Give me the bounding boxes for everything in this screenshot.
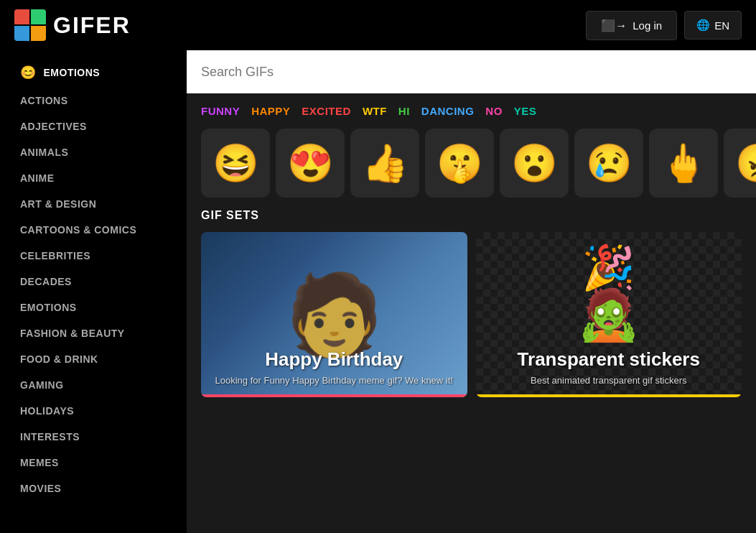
logo-area: GIFER [14,9,131,41]
sidebar-item-memes[interactable]: MEMES [0,450,187,476]
content-area: FUNNY HAPPY EXCITED WTF HI DANCING NO YE… [187,50,756,533]
sidebar-item-celebrities[interactable]: CELEBRITIES [0,243,187,269]
emotions-icon: 😊 [20,65,37,80]
logo-quadrant-3 [14,26,29,41]
search-bar [187,50,756,93]
tag-wtf[interactable]: WTF [363,105,387,117]
sidebar-item-decades-label: DECADES [20,276,72,287]
sidebar-item-food-drink[interactable]: FOOD & DRINK [0,346,187,372]
sidebar-item-interests[interactable]: INTERESTS [0,424,187,450]
logo-text: GIFER [53,12,131,39]
logo-quadrant-2 [31,9,46,24]
emoji-card-angry[interactable]: 😠 [724,129,756,198]
login-button[interactable]: ⬛→ Log in [586,11,677,40]
sidebar-item-fashion-beauty-label: FASHION & BEAUTY [20,328,125,339]
sidebar-item-holidays[interactable]: HOLIDAYS [0,398,187,424]
emoji-card-crying[interactable]: 😢 [574,129,643,198]
emoji-crying: 😢 [586,142,633,185]
sidebar-item-cartoons-comics-label: CARTOONS & COMICS [20,224,136,236]
logo-icon [14,9,46,41]
sidebar: 😊 EMOTIONS ACTIONS ADJECTIVES ANIMALS AN… [0,50,187,533]
gif-sets-grid: 🧑 Happy Birthday Looking for Funny Happy… [201,232,742,397]
sidebar-item-art-design[interactable]: ART & DESIGN [0,191,187,217]
logo-quadrant-4 [31,26,46,41]
gif-sets-section: GIF SETS 🧑 Happy Birthday Looking for Fu… [187,209,756,533]
sidebar-item-actions-label: ACTIONS [20,95,68,106]
sidebar-item-cartoons-comics[interactable]: CARTOONS & COMICS [0,217,187,243]
sidebar-item-fashion-beauty[interactable]: FASHION & BEAUTY [0,320,187,346]
sidebar-item-anime[interactable]: ANIME [0,165,187,191]
gif-card-happy-birthday[interactable]: 🧑 Happy Birthday Looking for Funny Happy… [201,232,467,397]
birthday-card-overlay: Happy Birthday Looking for Funny Happy B… [201,337,467,397]
lang-label: EN [714,19,729,32]
gif-sets-title: GIF SETS [201,209,742,222]
emoji-grid: 😆 😍 👍 🤫 😮 😢 🖕 😠 [187,129,756,209]
header-actions: ⬛→ Log in 🌐 EN [586,11,742,40]
language-button[interactable]: 🌐 EN [684,11,742,40]
sidebar-item-anime-label: ANIME [20,172,55,184]
gif-card-transparent-stickers[interactable]: 🎉 🧟 Transparent stickers Best animated t… [476,232,742,397]
sidebar-item-animals[interactable]: ANIMALS [0,139,187,165]
sidebar-item-movies-label: MOVIES [20,483,61,494]
emoji-laughing: 😆 [213,142,259,185]
header: GIFER ⬛→ Log in 🌐 EN [0,0,756,50]
emoji-card-thumbsup[interactable]: 👍 [350,129,419,198]
login-label: Log in [633,19,662,32]
birthday-card-title: Happy Birthday [213,348,456,371]
emoji-heart-eyes: 😍 [287,142,334,185]
tag-excited[interactable]: EXCITED [302,105,351,117]
emoji-middle-finger: 🖕 [661,142,707,185]
main-layout: 😊 EMOTIONS ACTIONS ADJECTIVES ANIMALS AN… [0,50,756,533]
sticker-person-emoji: 🧟 [577,289,640,340]
emoji-face-hand: 🤫 [437,142,483,185]
tag-dancing[interactable]: DANCING [421,105,475,117]
search-input[interactable] [187,50,756,93]
emoji-thumbsup: 👍 [362,142,409,185]
sidebar-item-decades[interactable]: DECADES [0,269,187,295]
globe-icon: 🌐 [696,19,710,32]
logo-quadrant-1 [14,9,29,24]
sidebar-item-adjectives-label: ADJECTIVES [20,121,87,132]
emoji-card-heart-eyes[interactable]: 😍 [276,129,345,198]
sidebar-item-actions[interactable]: ACTIONS [0,88,187,113]
tag-hi[interactable]: HI [398,105,410,117]
emoji-card-shocked[interactable]: 😮 [500,129,569,198]
sidebar-item-adjectives[interactable]: ADJECTIVES [0,113,187,139]
birthday-card-desc: Looking for Funny Happy Birthday meme gi… [213,375,456,386]
emoji-card-middle-finger[interactable]: 🖕 [649,129,718,198]
sidebar-item-celebrities-label: CELEBRITIES [20,250,90,261]
sidebar-item-interests-label: INTERESTS [20,431,80,442]
tag-funny[interactable]: FUNNY [201,105,240,117]
sidebar-item-holidays-label: HOLIDAYS [20,405,74,417]
sidebar-item-movies[interactable]: MOVIES [0,476,187,501]
tag-happy[interactable]: HAPPY [251,105,290,117]
sidebar-item-art-design-label: ART & DESIGN [20,198,96,210]
emoji-card-laughing[interactable]: 😆 [201,129,270,198]
emoji-card-face-hand[interactable]: 🤫 [425,129,494,198]
party-hat-emoji: 🎉 [582,246,635,289]
stickers-card-overlay: Transparent stickers Best animated trans… [476,337,742,397]
emoji-angry: 😠 [735,142,757,185]
login-icon: ⬛→ [601,19,627,32]
sidebar-item-food-drink-label: FOOD & DRINK [20,353,98,365]
sidebar-item-animals-label: ANIMALS [20,147,68,158]
sidebar-item-gaming[interactable]: GAMING [0,372,187,398]
stickers-card-title: Transparent stickers [487,348,731,371]
sidebar-item-gaming-label: GAMING [20,379,64,391]
sidebar-item-emotions-label: EMOTIONS [44,67,101,78]
tag-yes[interactable]: YES [514,105,537,117]
emoji-shocked: 😮 [511,142,558,185]
sidebar-item-emotions2-label: EMOTIONS [20,302,77,313]
sidebar-item-emotions2[interactable]: EMOTIONS [0,295,187,320]
sidebar-item-emotions[interactable]: 😊 EMOTIONS [0,57,187,88]
stickers-card-desc: Best animated transparent gif stickers [487,375,731,386]
sidebar-item-memes-label: MEMES [20,457,59,468]
tags-row: FUNNY HAPPY EXCITED WTF HI DANCING NO YE… [187,93,756,129]
tag-no[interactable]: NO [485,105,503,117]
